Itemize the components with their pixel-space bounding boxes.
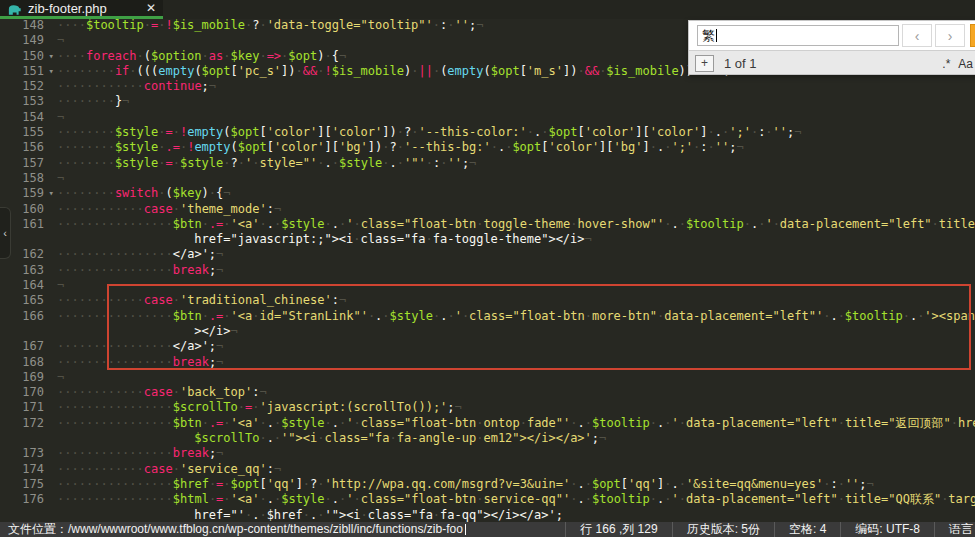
line-number: 172: [0, 416, 44, 431]
language-indicator[interactable]: 语言: [934, 522, 975, 537]
php-file-icon: [7, 2, 22, 14]
toggle-replace-button[interactable]: +: [695, 55, 714, 72]
code-line: ················break;¬: [57, 355, 975, 370]
line-number: 152: [0, 79, 44, 94]
sidebar-collapse-handle[interactable]: ‹: [0, 207, 11, 259]
line-number: 173: [0, 446, 44, 461]
line-number: 159▾: [0, 186, 44, 201]
text-cursor: [716, 29, 717, 42]
line-number: 165: [0, 293, 44, 308]
line-number: 158: [0, 171, 44, 186]
line-number: 150▾: [0, 49, 44, 64]
line-number: 174: [0, 462, 44, 477]
code-line: ················$href·=·$opt['qq']·?·'ht…: [57, 477, 975, 492]
gutter: 148149150▾151▾152153154155156157158159▾1…: [0, 18, 50, 523]
line-number: [0, 508, 44, 523]
code-line: ················break;¬: [57, 446, 975, 461]
line-number: 157: [0, 156, 44, 171]
find-next-button[interactable]: ›: [935, 24, 965, 47]
search-row-options: + 1 of 1 .* Aa: [689, 50, 975, 75]
line-number: 148: [0, 18, 44, 33]
line-number: 168: [0, 355, 44, 370]
code-line: ············case·'traditional_chinese':¬: [57, 293, 975, 308]
search-panel: 繁 ‹ › + 1 of 1 .* Aa: [688, 20, 975, 75]
code-line: ················</a>';¬: [57, 247, 975, 262]
line-number: 155: [0, 125, 44, 140]
chevron-left-icon: ‹: [915, 28, 920, 44]
code-line: ············case·'service_qq':¬: [57, 462, 975, 477]
regex-toggle[interactable]: .*: [942, 57, 950, 71]
status-caret: [465, 524, 466, 535]
code-line: href="'·.·$href·.·'"><i·class="fa·fa-qq"…: [57, 508, 975, 523]
code-line: ></i>¬: [57, 324, 975, 339]
code-line: ········}¬: [57, 94, 975, 109]
code-line: ············continue;¬: [57, 79, 975, 94]
line-number: 166: [0, 309, 44, 324]
match-counter: 1 of 1: [724, 56, 757, 71]
line-number: 171: [0, 400, 44, 415]
code-line: ················$html·=·'<a'·.·$style·.·…: [57, 492, 975, 507]
code-line: ················</a>';¬: [57, 339, 975, 354]
code-line: ········switch·($key)·{¬: [57, 186, 975, 201]
tab-title: zib-footer.php: [28, 1, 107, 16]
line-number: 149: [0, 33, 44, 48]
code-line: $scrollTo·.·'"><i·class="fa·fa-angle-up·…: [57, 431, 975, 446]
line-number: 151▾: [0, 64, 44, 79]
tab-zib-footer[interactable]: zib-footer.php ✕: [0, 0, 163, 19]
chevron-left-icon: ‹: [3, 227, 7, 239]
line-number: 169: [0, 370, 44, 385]
line-number: 167: [0, 339, 44, 354]
code-line: ················break;¬: [57, 263, 975, 278]
line-number: 170: [0, 385, 44, 400]
file-location-text: 文件位置：/www/wwwroot/www.tfblog.cn/wp-conte…: [8, 522, 463, 537]
close-icon[interactable]: ✕: [146, 1, 156, 15]
code-line: ¬: [57, 171, 975, 186]
line-number: 164: [0, 278, 44, 293]
find-prev-button[interactable]: ‹: [902, 24, 932, 47]
line-number: 153: [0, 94, 44, 109]
spaces-indicator[interactable]: 空格: 4: [774, 522, 840, 537]
chevron-right-icon: ›: [948, 28, 953, 44]
search-extra-button[interactable]: [970, 24, 975, 47]
code-line: ········$style·.=·!empty($opt['color']['…: [57, 140, 975, 155]
line-number: 163: [0, 263, 44, 278]
code-line: ············case·'theme_mode':¬: [57, 202, 975, 217]
code-line: href="javascript:;"><i·class="fa·fa-togg…: [57, 232, 975, 247]
case-sensitive-toggle[interactable]: Aa: [958, 57, 973, 71]
line-number: 175: [0, 477, 44, 492]
code-line: ········$style·=·!empty($opt['color']['c…: [57, 125, 975, 140]
tab-bar: zib-footer.php ✕: [0, 0, 975, 19]
code-line: ············case·'back_top':¬: [57, 385, 975, 400]
code-lines: ····$tooltip·=·!$is_mobile·?·'data-toggl…: [57, 18, 975, 523]
code-line: ¬: [57, 370, 975, 385]
line-col-indicator: 行 166 ,列 129: [565, 522, 671, 537]
code-line: ················$btn·.=·'<a'·.·$style·.·…: [57, 217, 975, 232]
line-number: 156: [0, 140, 44, 155]
code-line: ················$scrollTo·=·'javascript:…: [57, 400, 975, 415]
code-line: ················$btn·.=·'<a'·.·$style·.·…: [57, 416, 975, 431]
code-line: ¬: [57, 278, 975, 293]
search-row-find: 繁 ‹ ›: [689, 21, 975, 50]
line-number: [0, 431, 44, 446]
search-input[interactable]: 繁: [697, 25, 899, 46]
file-location: 文件位置：/www/wwwroot/www.tfblog.cn/wp-conte…: [0, 522, 565, 537]
status-bar: 文件位置：/www/wwwroot/www.tfblog.cn/wp-conte…: [0, 522, 975, 537]
search-query-text: 繁: [702, 27, 715, 45]
encoding-indicator[interactable]: 编码: UTF-8: [840, 522, 934, 537]
line-number: 176: [0, 492, 44, 507]
code-line: ········$style·=·$style·?·'·style="'·.·$…: [57, 156, 975, 171]
line-number: 154: [0, 110, 44, 125]
history-versions[interactable]: 历史版本: 5份: [672, 522, 774, 537]
code-line: ················$btn·.=·'<a·id="StranLin…: [57, 309, 975, 324]
line-number: [0, 324, 44, 339]
code-line: ¬: [57, 110, 975, 125]
code-editor[interactable]: 148149150▾151▾152153154155156157158159▾1…: [0, 18, 975, 523]
